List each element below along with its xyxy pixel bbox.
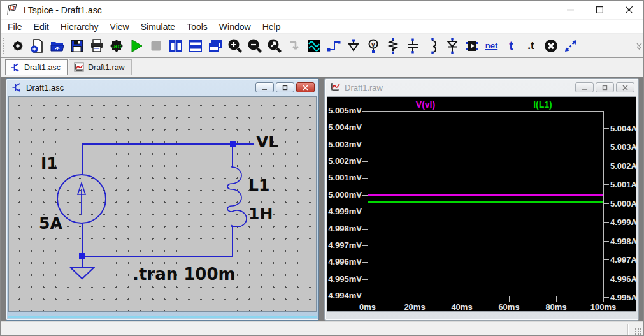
component-tool-button[interactable]	[462, 36, 482, 55]
child-minimize-button[interactable]	[255, 82, 274, 92]
tab-draft1-raw[interactable]: Draft1.raw	[69, 59, 132, 75]
wire-right-upper[interactable]	[232, 143, 233, 168]
tile-vertical-button[interactable]	[166, 36, 185, 55]
spice-directive-text[interactable]: .tran 100m	[132, 266, 236, 282]
net-icon: net	[485, 41, 498, 50]
wire-right-lower[interactable]	[232, 226, 233, 256]
wire-left-upper[interactable]	[82, 143, 83, 175]
child-close-button[interactable]	[296, 82, 315, 92]
legend-trace-v[interactable]: V(vl)	[394, 99, 457, 110]
delete-button[interactable]	[541, 36, 561, 55]
menu-item[interactable]: Tools	[181, 20, 213, 33]
printer-icon	[89, 38, 104, 54]
waveform-tab-icon	[74, 62, 84, 73]
minimize-button[interactable]	[555, 1, 585, 19]
tab-draft1-asc[interactable]: Draft1.asc	[5, 59, 68, 75]
cascade-button[interactable]	[205, 36, 225, 55]
resistor-tool-button[interactable]	[383, 36, 403, 55]
ac-analysis-icon: .ac	[108, 38, 125, 54]
resistor-icon	[385, 38, 401, 54]
control-panel-button[interactable]	[8, 36, 27, 55]
x-tick-label: 40ms	[438, 302, 485, 312]
menu-item[interactable]: Window	[213, 20, 257, 33]
child-restore-button[interactable]	[596, 82, 614, 92]
zoom-in-button[interactable]	[225, 36, 245, 55]
legend-trace-i[interactable]: I(L1)	[511, 99, 575, 110]
inductor-value-label[interactable]: 1H	[248, 206, 273, 222]
open-button[interactable]	[47, 36, 67, 55]
diode-tool-button[interactable]	[442, 36, 462, 55]
source-value-label[interactable]: 5A	[39, 215, 62, 231]
y-axis-right-labels[interactable]: 5.004A5.003A5.002A5.001A5.000A4.999A4.99…	[610, 124, 643, 303]
wire-bottom[interactable]	[82, 256, 233, 257]
wire-tool-button[interactable]	[324, 36, 343, 55]
y-right-tick-label: 5.004A	[610, 124, 643, 134]
child-restore-button[interactable]	[276, 82, 294, 92]
tile-horizontal-button[interactable]	[185, 36, 205, 55]
save-floppy-icon	[69, 38, 85, 54]
inductor-symbol[interactable]	[227, 166, 248, 227]
plot-area[interactable]	[368, 111, 604, 296]
net-label-vl[interactable]: VL	[256, 134, 278, 150]
inductor-ref-label[interactable]: L1	[248, 177, 269, 193]
new-schematic-button[interactable]	[27, 36, 47, 55]
child-minimize-button[interactable]	[575, 82, 594, 92]
schematic-icon	[11, 82, 22, 92]
menu-item[interactable]: Hierarchy	[55, 20, 104, 33]
spice-directive-button[interactable]: .t	[521, 36, 541, 55]
y-left-tick-label: 5.001mV	[327, 173, 362, 183]
toolbar-overflow-chevron[interactable]	[636, 42, 643, 50]
print-button[interactable]	[87, 36, 106, 55]
menu-item[interactable]: File	[2, 20, 28, 33]
ground-symbol[interactable]	[69, 256, 95, 280]
component-icon	[464, 38, 480, 54]
menu-item[interactable]: Help	[257, 20, 287, 33]
maximize-button[interactable]	[585, 1, 614, 19]
text-tool-button[interactable]: t	[501, 36, 521, 55]
net-tool-button[interactable]: net	[482, 36, 501, 55]
zoom-back-button	[284, 36, 304, 55]
menu-item[interactable]: Simulate	[135, 20, 181, 33]
trace-i-l1[interactable]	[368, 201, 603, 203]
schematic-canvas[interactable]: I1 5A VL L1 1H .tran 100m	[8, 96, 317, 312]
schematic-icon	[10, 62, 20, 73]
move-button[interactable]	[561, 36, 580, 55]
x-tick-label: 20ms	[391, 302, 438, 312]
ground-tool-button[interactable]	[343, 36, 363, 55]
label-net-tool-button[interactable]: v	[363, 36, 383, 55]
y-axis-right-ticks	[604, 128, 609, 298]
waveform-icon	[306, 38, 322, 54]
wire-top[interactable]	[82, 143, 254, 145]
y-left-tick-label: 5.002mV	[327, 156, 362, 166]
toolbar-grip[interactable]	[2, 37, 5, 55]
menu-item[interactable]: View	[104, 20, 135, 33]
x-tick-label: 60ms	[485, 302, 533, 312]
junction-node-top[interactable]	[230, 141, 236, 147]
y-left-tick-label: 4.996mV	[327, 257, 362, 267]
zoom-out-button[interactable]	[245, 36, 264, 55]
schematic-window-title: Draft1.asc	[26, 83, 64, 92]
current-source-symbol[interactable]	[57, 174, 106, 224]
wire-left-lower[interactable]	[82, 223, 83, 256]
y-axis-left-labels[interactable]: 5.005mV5.004mV5.003mV5.002mV5.001mV5.000…	[327, 106, 362, 301]
waveform-pane-button[interactable]	[304, 36, 324, 55]
menu-item[interactable]: Edit	[28, 20, 55, 33]
capacitor-tool-button[interactable]	[403, 36, 422, 55]
trace-v-vl[interactable]	[368, 194, 603, 196]
run-button[interactable]	[126, 36, 146, 55]
close-button[interactable]	[614, 1, 643, 19]
zoom-fit-button[interactable]	[264, 36, 284, 55]
inductor-tool-button[interactable]	[422, 36, 442, 55]
y-axis-left-ticks	[362, 111, 368, 296]
waveform-window-titlebar[interactable]: Draft1.raw	[325, 79, 638, 96]
schematic-window-titlebar[interactable]: Draft1.asc	[6, 79, 318, 96]
child-close-button[interactable]	[616, 82, 634, 92]
resize-grip[interactable]	[634, 328, 642, 335]
svg-text:LT: LT	[10, 6, 16, 10]
x-axis-labels[interactable]: 0ms20ms40ms60ms80ms100ms	[344, 302, 627, 312]
y-right-tick-label: 5.003A	[610, 142, 643, 152]
edit-simulation-cmd-button[interactable]: .ac	[106, 36, 126, 55]
source-ref-label[interactable]: I1	[41, 156, 58, 172]
waveform-canvas[interactable]: V(vl) I(L1) 5.005mV5.004mV5.003mV5.002mV…	[327, 96, 636, 312]
save-button[interactable]	[67, 36, 87, 55]
